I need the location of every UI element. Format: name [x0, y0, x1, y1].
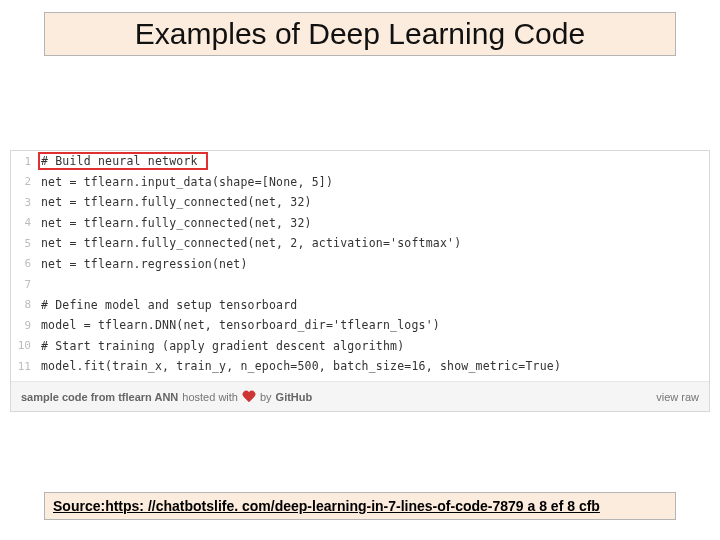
title-box: Examples of Deep Learning Code	[44, 12, 676, 56]
line-number: 9	[11, 319, 41, 332]
source-label: Source:	[53, 498, 105, 514]
gist-host[interactable]: GitHub	[276, 391, 313, 403]
code-line: # Start training (apply gradient descent…	[41, 339, 404, 353]
gist-footer-left: sample code from tflearn ANN hosted with…	[21, 391, 312, 403]
code-line: model.fit(train_x, train_y, n_epoch=500,…	[41, 359, 561, 373]
line-number: 7	[11, 278, 41, 291]
line-number: 2	[11, 175, 41, 188]
slide-title: Examples of Deep Learning Code	[135, 17, 585, 51]
code-row: 8 # Define model and setup tensorboard	[11, 295, 709, 316]
code-line: model = tflearn.DNN(net, tensorboard_dir…	[41, 318, 440, 332]
gist-filename[interactable]: sample code from tflearn ANN	[21, 391, 178, 403]
line-number: 6	[11, 257, 41, 270]
code-line: # Build neural network	[41, 154, 198, 168]
code-row: 3 net = tflearn.fully_connected(net, 32)	[11, 192, 709, 213]
code-area: 1 # Build neural network 2 net = tflearn…	[11, 151, 709, 381]
slide: Examples of Deep Learning Code 1 # Build…	[0, 0, 720, 540]
code-row: 1 # Build neural network	[11, 151, 709, 172]
code-row: 2 net = tflearn.input_data(shape=[None, …	[11, 172, 709, 193]
code-line: net = tflearn.fully_connected(net, 32)	[41, 195, 312, 209]
code-line: net = tflearn.fully_connected(net, 32)	[41, 216, 312, 230]
code-line: net = tflearn.regression(net)	[41, 257, 248, 271]
code-line: net = tflearn.input_data(shape=[None, 5]…	[41, 175, 333, 189]
code-row: 11 model.fit(train_x, train_y, n_epoch=5…	[11, 356, 709, 377]
code-row: 6 net = tflearn.regression(net)	[11, 254, 709, 275]
line-number: 4	[11, 216, 41, 229]
heart-icon	[242, 391, 256, 403]
code-row: 5 net = tflearn.fully_connected(net, 2, …	[11, 233, 709, 254]
code-row: 10 # Start training (apply gradient desc…	[11, 336, 709, 357]
line-number: 8	[11, 298, 41, 311]
code-block: 1 # Build neural network 2 net = tflearn…	[10, 150, 710, 412]
line-number: 1	[11, 155, 41, 168]
code-line: net = tflearn.fully_connected(net, 2, ac…	[41, 236, 461, 250]
gist-footer: sample code from tflearn ANN hosted with…	[11, 381, 709, 411]
source-url[interactable]: https: //chatbotslife. com/deep-learning…	[105, 498, 600, 514]
line-number: 5	[11, 237, 41, 250]
code-row: 4 net = tflearn.fully_connected(net, 32)	[11, 213, 709, 234]
code-row: 7	[11, 274, 709, 295]
view-raw-link[interactable]: view raw	[656, 391, 699, 403]
code-line: # Define model and setup tensorboard	[41, 298, 297, 312]
line-number: 11	[11, 360, 41, 373]
code-row: 9 model = tflearn.DNN(net, tensorboard_d…	[11, 315, 709, 336]
line-number: 10	[11, 339, 41, 352]
line-number: 3	[11, 196, 41, 209]
source-box: Source: https: //chatbotslife. com/deep-…	[44, 492, 676, 520]
gist-by: by	[260, 391, 272, 403]
gist-hosted-with: hosted with	[182, 391, 238, 403]
